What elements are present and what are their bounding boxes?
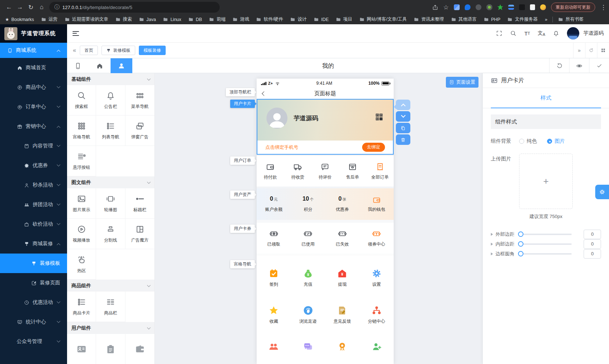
border-radius-slider[interactable] bbox=[519, 253, 572, 255]
bookmark-folder[interactable]: Linux bbox=[163, 17, 181, 22]
upload-image-box[interactable]: + bbox=[519, 154, 573, 209]
page-home-tab[interactable] bbox=[89, 58, 111, 73]
sidebar-item-coupon[interactable]: 优惠券 bbox=[0, 156, 67, 175]
caret-right-icon[interactable] bbox=[491, 233, 493, 236]
border-radius-input[interactable] bbox=[584, 249, 601, 259]
bookmark-folder[interactable]: Java bbox=[139, 17, 156, 22]
sidebar-item-product-center[interactable]: 商品中心 bbox=[0, 78, 67, 97]
marker-user-coupons[interactable]: 用户卡券 bbox=[230, 225, 255, 233]
component-user-orders[interactable] bbox=[96, 334, 125, 364]
sidebar-item-group-buy[interactable]: 拼团活动 bbox=[0, 195, 67, 214]
bookmarks-root[interactable]: ★Bookmarks bbox=[5, 17, 34, 22]
component-search-box[interactable]: 搜索框 bbox=[67, 85, 96, 116]
user-assets-component[interactable]: 0元账户余额 10个积分 0张优惠券 我的钱包 bbox=[257, 188, 394, 220]
palette-section-product[interactable]: 商品组件 bbox=[67, 280, 154, 292]
component-carousel[interactable]: 轮播图 bbox=[96, 188, 125, 219]
bookmark-folder[interactable]: 搜索 bbox=[115, 16, 132, 22]
component-ad-cube[interactable]: 广告魔方 bbox=[125, 219, 154, 249]
extension-icon[interactable] bbox=[476, 4, 481, 10]
tabs-refresh-icon[interactable] bbox=[585, 43, 597, 58]
sidebar-item-content-manage[interactable]: 内容管理 bbox=[0, 136, 67, 156]
extension-icon[interactable] bbox=[508, 5, 514, 10]
chrome-update-button[interactable]: 重新启动即可更新 bbox=[551, 3, 595, 12]
all-bookmarks[interactable]: 所有书签 bbox=[558, 16, 584, 22]
component-image-display[interactable]: 图片展示 bbox=[67, 188, 96, 219]
outer-margin-slider[interactable] bbox=[519, 234, 572, 235]
caret-right-icon[interactable] bbox=[491, 243, 493, 246]
marker-top-navbar[interactable]: 顶部导航栏 bbox=[226, 88, 255, 96]
tab-template-decorate[interactable]: 模板装修 bbox=[139, 46, 166, 55]
sidebar-item-order-center[interactable]: 订单中心 bbox=[0, 97, 67, 117]
preview-button[interactable] bbox=[569, 58, 589, 73]
component-divider[interactable]: 分割线 bbox=[96, 219, 125, 249]
marker-grid-nav[interactable]: 宫格导航 bbox=[230, 260, 255, 268]
username[interactable]: 芋道源码 bbox=[583, 30, 604, 37]
phone-nav-bar[interactable]: 页面标题 bbox=[257, 88, 394, 99]
reset-button[interactable] bbox=[549, 58, 569, 73]
search-icon[interactable] bbox=[510, 30, 517, 37]
component-grid-nav[interactable]: 宫格导航 bbox=[67, 116, 96, 146]
tab-decorate-template[interactable]: 装修模板 bbox=[102, 46, 135, 55]
device-phone-tab[interactable] bbox=[67, 58, 89, 73]
component-user-wallet[interactable] bbox=[125, 334, 154, 364]
extension-icon[interactable] bbox=[454, 4, 460, 10]
sidebar-item-marketing-center[interactable]: 营销中心 bbox=[0, 117, 67, 136]
grid-nav-component[interactable]: 签到 ¥充值 ¥提现 设置 收藏 浏览足迹 意见反馈 分销中心 bbox=[257, 256, 394, 364]
caret-right-icon[interactable] bbox=[491, 252, 493, 255]
qr-code-icon[interactable] bbox=[375, 113, 384, 123]
tab-home[interactable]: 首页 bbox=[80, 46, 98, 55]
tabs-layout-icon[interactable] bbox=[597, 43, 609, 58]
component-hotzone[interactable]: 热区 bbox=[67, 249, 96, 280]
bookmark-folder[interactable]: 软件/硬件 bbox=[256, 16, 283, 22]
address-bar[interactable]: ⓘ 127.0.0.1/diy/template/decorate/5 bbox=[49, 2, 220, 13]
menu-collapse-icon[interactable] bbox=[72, 30, 79, 37]
user-card-component[interactable]: 芋道源码 点击绑定手机号 去绑定 bbox=[257, 99, 394, 155]
sidebar-item-official-account[interactable]: 公众号管理 bbox=[0, 332, 67, 351]
sidebar-item-decorate-template[interactable]: 装修模板 bbox=[0, 254, 67, 273]
bookmark-folder[interactable]: 近期需要读的文章 bbox=[65, 16, 108, 22]
slider-handle[interactable] bbox=[518, 231, 523, 237]
bookmark-folder[interactable]: 其他语言 bbox=[451, 16, 477, 22]
extension-icon[interactable] bbox=[497, 4, 503, 10]
move-down-button[interactable] bbox=[396, 111, 410, 122]
component-user-card[interactable] bbox=[67, 334, 96, 364]
tabs-expand-icon[interactable]: » bbox=[573, 43, 585, 58]
bind-phone-button[interactable]: 去绑定 bbox=[362, 143, 385, 152]
palette-section-media[interactable]: 图文组件 bbox=[67, 176, 154, 188]
sidebar-item-promo-activity[interactable]: 优惠活动 bbox=[0, 293, 67, 312]
bookmark-folder[interactable]: DB bbox=[188, 17, 202, 22]
sidebar-item-decorate-page[interactable]: 装修页面 bbox=[0, 273, 67, 293]
save-button[interactable] bbox=[589, 58, 609, 73]
bookmark-folder[interactable]: 文件服务器 bbox=[507, 16, 538, 22]
marker-user-assets[interactable]: 用户资产 bbox=[230, 191, 255, 199]
component-popup-ad[interactable]: 弹窗广告 bbox=[125, 116, 154, 146]
page-user-tab[interactable] bbox=[111, 58, 132, 73]
bookmark-folder[interactable]: 网站/博客/文章/工具 bbox=[359, 16, 407, 22]
extension-icon[interactable] bbox=[465, 4, 471, 10]
puzzle-extensions-icon[interactable] bbox=[519, 4, 525, 10]
component-float-button[interactable]: 悬浮按钮 bbox=[67, 146, 96, 176]
user-coupons-component[interactable]: 已领取 已使用 已失效 领券中心 bbox=[257, 223, 394, 254]
bookmark-folder[interactable]: 运营 bbox=[41, 16, 58, 22]
site-info-icon[interactable]: ⓘ bbox=[54, 4, 59, 11]
sidebar-item-mall-system[interactable]: 商城系统 bbox=[0, 43, 67, 58]
slider-handle[interactable] bbox=[518, 251, 523, 256]
notification-bell-icon[interactable] bbox=[553, 30, 559, 37]
bookmark-folder[interactable]: 设计 bbox=[290, 16, 307, 22]
bookmark-folder[interactable]: 资讯未整理 bbox=[414, 16, 444, 22]
fullscreen-icon[interactable] bbox=[496, 30, 502, 37]
font-size-icon[interactable]: TT bbox=[524, 30, 530, 37]
palette-section-user[interactable]: 用户组件 bbox=[67, 322, 154, 334]
reload-icon[interactable]: ↻ bbox=[25, 4, 36, 11]
bind-phone-tip[interactable]: 点击绑定手机号 bbox=[265, 144, 298, 151]
palette-section-basic[interactable]: 基础组件 bbox=[67, 73, 154, 85]
sidebar-item-mall-decorate[interactable]: 商城装修 bbox=[0, 234, 67, 254]
component-product-column[interactable]: 商品栏 bbox=[96, 292, 125, 322]
forward-icon[interactable]: → bbox=[14, 4, 25, 11]
user-orders-component[interactable]: 待付款 待收货 待评价 售后单 全部订单 bbox=[257, 156, 394, 187]
bookmark-folder[interactable]: 项目 bbox=[336, 16, 352, 22]
back-icon[interactable]: ← bbox=[4, 4, 14, 11]
user-avatar[interactable] bbox=[567, 27, 579, 39]
component-notice-bar[interactable]: 公告栏 bbox=[96, 85, 125, 116]
inner-margin-input[interactable] bbox=[584, 239, 601, 249]
